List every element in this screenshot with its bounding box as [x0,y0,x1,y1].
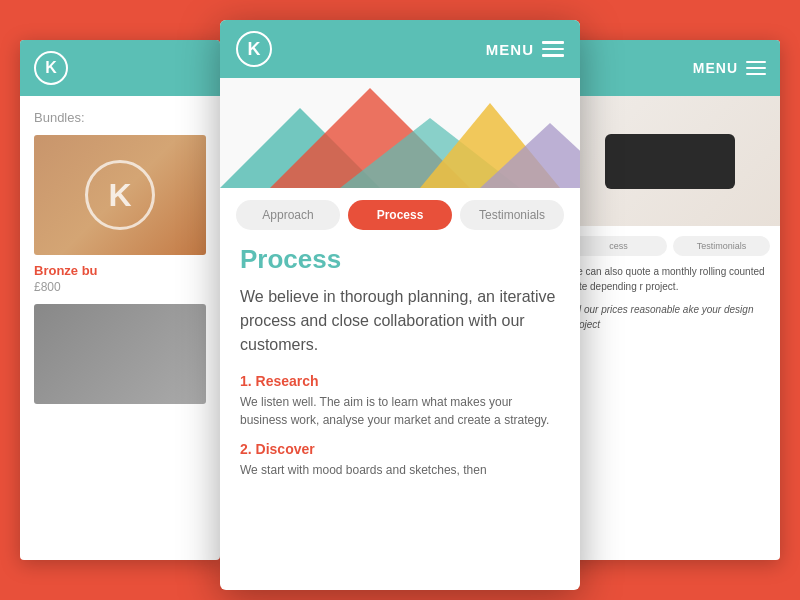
left-logo: K [34,51,68,85]
right-card-image-overlay [560,96,780,226]
left-card-body: Bundles: K Bronze bu £800 [20,96,220,418]
tab-approach[interactable]: Approach [236,200,340,230]
bundles-label: Bundles: [34,110,206,125]
main-menu[interactable]: MENU [486,41,564,58]
mountains-svg [220,78,580,188]
main-tabs: Approach Process Testimonials [220,188,580,240]
hamburger-main-line-3 [542,54,564,57]
right-menu-label: MENU [693,60,738,76]
main-content: Process We believe in thorough planning,… [220,240,580,507]
main-card-header: K MENU [220,20,580,78]
item-1-number: 1. [240,373,252,389]
right-card-italic: nd our prices reasonable ake your design… [560,294,780,332]
mountains-area [220,78,580,188]
item-2-number: 2. [240,441,252,457]
right-tab-process[interactable]: cess [570,236,667,256]
hamburger-line-2 [746,67,766,69]
bundle-image-2 [34,304,206,404]
hamburger-main-line-1 [542,41,564,44]
left-card-header: K [20,40,220,96]
main-hamburger-icon[interactable] [542,41,564,57]
right-tab-testimonials[interactable]: Testimonials [673,236,770,256]
right-card: MENU cess Testimonials we can also quote… [560,40,780,560]
item-1-heading: 1. Research [240,373,560,389]
bundle-logo: K [85,160,155,230]
item-2-title: Discover [256,441,315,457]
tab-testimonials[interactable]: Testimonials [460,200,564,230]
item-2-text: We start with mood boards and sketches, … [240,461,560,479]
right-card-tabs: cess Testimonials [560,226,780,264]
section-title: Process [240,244,560,275]
tab-process[interactable]: Process [348,200,452,230]
bundle-price: £800 [34,280,206,294]
item-2-heading: 2. Discover [240,441,560,457]
left-card: K Bundles: K Bronze bu £800 [20,40,220,560]
right-hamburger-icon[interactable] [746,61,766,75]
hamburger-main-line-2 [542,48,564,51]
hamburger-line-3 [746,73,766,75]
item-1-text: We listen well. The aim is to learn what… [240,393,560,429]
main-logo: K [236,31,272,67]
hamburger-line-1 [746,61,766,63]
intro-text: We believe in thorough planning, an iter… [240,285,560,357]
bundle-name: Bronze bu [34,263,206,278]
right-card-image [560,96,780,226]
bundle-image: K [34,135,206,255]
main-menu-label: MENU [486,41,534,58]
sunglasses-case [605,134,735,189]
right-card-header: MENU [560,40,780,96]
item-1-title: Research [256,373,319,389]
main-card: K MENU Approach Process Testimo [220,20,580,590]
right-card-text: we can also quote a monthly rolling coun… [560,264,780,294]
